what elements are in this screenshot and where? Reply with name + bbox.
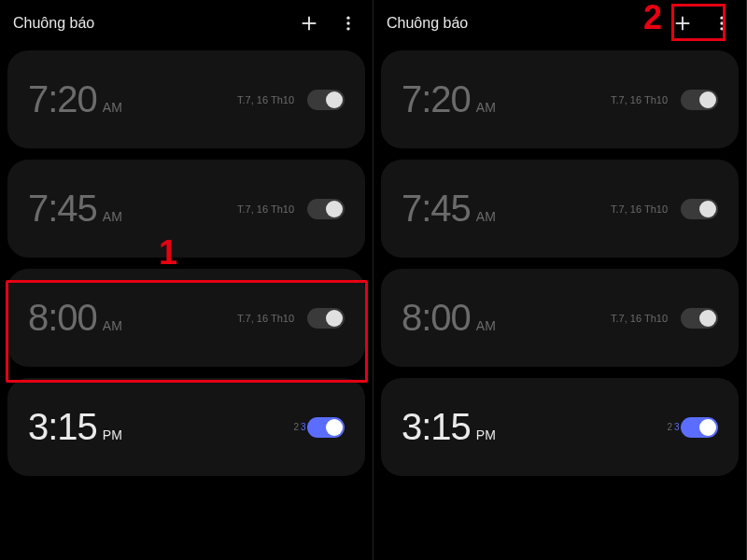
header: Chuông báo	[374, 0, 746, 45]
header-actions	[671, 12, 733, 35]
alarm-card[interactable]: 3:15 PM 234567C	[7, 378, 365, 476]
alarm-card[interactable]: 8:00 AM T.7, 16 Th10	[7, 269, 365, 367]
alarm-time: 8:00 AM	[402, 297, 496, 339]
alarm-card[interactable]: 7:20 AM T.7, 16 Th10	[7, 50, 365, 148]
alarm-list: 7:20 AM T.7, 16 Th10 7:45 AM T.7, 16 Th1…	[374, 45, 746, 476]
alarm-toggle[interactable]	[307, 417, 345, 438]
alarm-time: 3:15 PM	[402, 406, 496, 448]
ampm: PM	[103, 427, 122, 442]
alarm-toggle[interactable]	[307, 308, 345, 329]
alarm-meta: T.7, 16 Th10	[611, 90, 718, 110]
alarm-date: T.7, 16 Th10	[237, 94, 294, 105]
time-value: 7:20	[402, 78, 471, 120]
svg-point-4	[346, 27, 349, 30]
alarm-time: 7:20 AM	[402, 78, 496, 120]
panel-left: Chuông báo 7:20 AM T.7, 16 Th10 7:45	[0, 0, 374, 560]
alarm-card[interactable]: 8:00 AM T.7, 16 Th10	[381, 269, 739, 367]
alarm-date: T.7, 16 Th10	[611, 203, 668, 215]
ampm: AM	[476, 318, 496, 333]
more-icon	[712, 14, 731, 33]
more-button[interactable]	[337, 12, 359, 35]
panel-right: Chuông báo 7:20 AM T.7, 16 Th10 7:45	[374, 0, 747, 560]
header-actions	[298, 12, 359, 35]
alarm-date: T.7, 16 Th10	[237, 313, 294, 324]
svg-point-2	[346, 17, 349, 20]
alarm-meta: T.7, 16 Th10	[237, 199, 345, 219]
time-value: 7:45	[402, 188, 471, 230]
time-value: 3:15	[28, 406, 97, 448]
alarm-time: 7:20 AM	[28, 78, 122, 120]
alarm-card[interactable]: 3:15 PM 234567C	[381, 378, 739, 476]
alarm-meta: 234567C	[293, 422, 345, 432]
alarm-meta: 234567C	[667, 422, 718, 432]
alarm-card[interactable]: 7:45 AM T.7, 16 Th10	[381, 160, 739, 258]
time-value: 8:00	[28, 297, 97, 339]
alarm-date: T.7, 16 Th10	[237, 203, 294, 215]
more-icon	[339, 14, 358, 33]
time-value: 8:00	[402, 297, 471, 339]
add-button[interactable]	[298, 12, 320, 35]
ampm: AM	[476, 209, 496, 224]
alarm-toggle[interactable]	[307, 199, 345, 219]
alarm-date: T.7, 16 Th10	[611, 94, 668, 105]
alarm-date: T.7, 16 Th10	[611, 313, 668, 324]
header: Chuông báo	[0, 0, 373, 45]
add-icon	[299, 13, 319, 34]
page-title: Chuông báo	[13, 15, 94, 32]
time-value: 7:45	[28, 188, 97, 230]
svg-point-7	[720, 17, 723, 20]
time-value: 3:15	[402, 406, 471, 448]
alarm-meta: T.7, 16 Th10	[237, 90, 345, 110]
alarm-toggle[interactable]	[307, 90, 345, 110]
time-value: 7:20	[28, 78, 97, 120]
alarm-toggle[interactable]	[681, 417, 718, 438]
svg-point-3	[346, 21, 349, 24]
alarm-time: 7:45 AM	[402, 188, 496, 230]
ampm: AM	[103, 209, 122, 224]
add-button[interactable]	[671, 12, 694, 35]
ampm: AM	[476, 100, 496, 115]
alarm-meta: T.7, 16 Th10	[237, 308, 345, 329]
alarm-time: 8:00 AM	[28, 297, 122, 339]
add-icon	[672, 13, 693, 34]
alarm-list: 7:20 AM T.7, 16 Th10 7:45 AM T.7, 16 Th1…	[0, 45, 373, 476]
alarm-time: 3:15 PM	[28, 406, 122, 448]
alarm-card[interactable]: 7:20 AM T.7, 16 Th10	[381, 50, 739, 148]
alarm-meta: T.7, 16 Th10	[611, 199, 718, 219]
alarm-toggle[interactable]	[681, 199, 718, 219]
alarm-card[interactable]: 7:45 AM T.7, 16 Th10	[7, 160, 365, 258]
svg-point-8	[720, 21, 723, 24]
ampm: AM	[103, 318, 122, 333]
alarm-time: 7:45 AM	[28, 188, 122, 230]
alarm-toggle[interactable]	[681, 308, 718, 329]
ampm: AM	[103, 100, 122, 115]
ampm: PM	[476, 427, 496, 442]
svg-point-9	[720, 27, 723, 30]
alarm-meta: T.7, 16 Th10	[611, 308, 718, 329]
alarm-toggle[interactable]	[681, 90, 718, 110]
page-title: Chuông báo	[387, 15, 468, 32]
more-button[interactable]	[711, 12, 733, 35]
